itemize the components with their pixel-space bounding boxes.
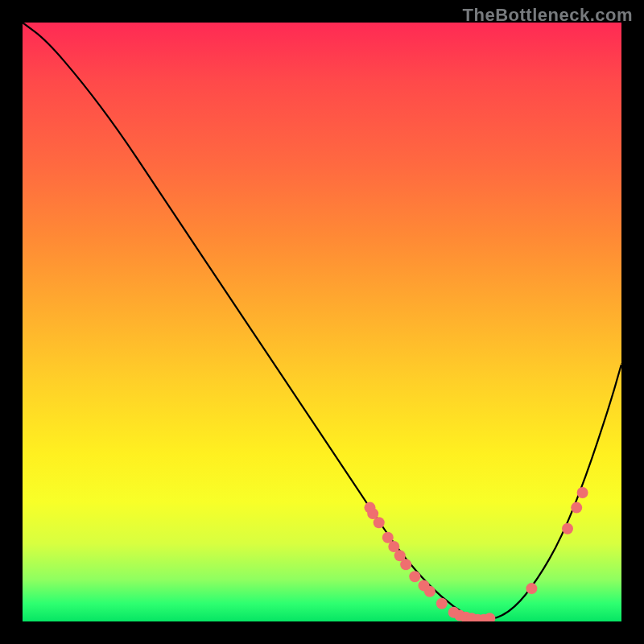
scatter-point xyxy=(409,571,420,582)
scatter-point xyxy=(571,502,582,514)
scatter-point xyxy=(374,517,385,528)
attribution-text: TheBottleneck.com xyxy=(463,5,633,26)
scatter-point xyxy=(484,613,495,621)
scatter-point xyxy=(424,586,436,597)
scatter-point xyxy=(577,487,588,498)
scatter-point xyxy=(400,559,411,570)
chart-svg xyxy=(23,23,621,621)
scatter-points-group xyxy=(365,487,588,621)
scatter-point xyxy=(526,583,537,594)
plot-area xyxy=(23,23,621,621)
bottleneck-curve xyxy=(23,23,621,620)
scatter-point xyxy=(562,523,573,535)
chart-frame: TheBottleneck.com xyxy=(0,0,644,644)
scatter-point xyxy=(436,598,448,609)
